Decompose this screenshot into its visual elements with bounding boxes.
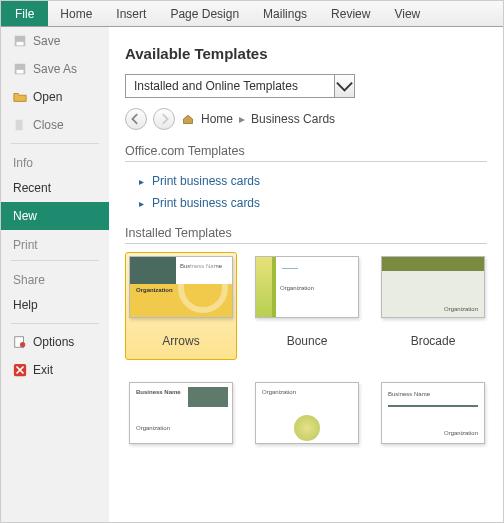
options-button[interactable]: Options — [1, 328, 109, 356]
home-icon[interactable] — [181, 112, 195, 126]
exit-button[interactable]: Exit — [1, 356, 109, 384]
saveas-label: Save As — [33, 62, 77, 76]
officecom-link-1[interactable]: Print business cards — [125, 192, 487, 214]
crumb-current: Business Cards — [251, 112, 335, 126]
chevron-down-icon[interactable] — [334, 75, 354, 97]
tab-page-design[interactable]: Page Design — [158, 1, 251, 26]
open-button[interactable]: Open — [1, 83, 109, 111]
template-thumb: Business Name Organization — [381, 382, 485, 444]
saveas-icon — [13, 62, 27, 76]
officecom-link-0[interactable]: Print business cards — [125, 170, 487, 192]
template-label: Bounce — [287, 326, 328, 356]
svg-rect-3 — [17, 70, 24, 74]
template-row-1: Business Name Organization Arrows Organi… — [125, 252, 487, 360]
print-button[interactable]: Print — [1, 230, 109, 256]
content-pane: Available Templates Installed and Online… — [109, 27, 503, 522]
page-title: Available Templates — [125, 45, 487, 62]
divider — [11, 143, 99, 144]
svg-point-6 — [20, 342, 25, 347]
template-source-dropdown[interactable]: Installed and Online Templates — [125, 74, 355, 98]
template-brocade[interactable]: Organization Brocade — [377, 252, 489, 360]
ribbon-tabs: File Home Insert Page Design Mailings Re… — [1, 1, 503, 27]
help-button[interactable]: Help — [1, 291, 109, 319]
officecom-heading: Office.com Templates — [125, 144, 487, 162]
save-button[interactable]: Save — [1, 27, 109, 55]
tab-review[interactable]: Review — [319, 1, 382, 26]
template-thumb: Business Name Organization — [129, 256, 233, 318]
nav-back-button[interactable] — [125, 108, 147, 130]
divider — [11, 323, 99, 324]
backstage-sidebar: Save Save As Open Close Info Recent New … — [1, 27, 109, 522]
template-arrows[interactable]: Business Name Organization Arrows — [125, 252, 237, 360]
save-label: Save — [33, 34, 60, 48]
recent-button[interactable]: Recent — [1, 174, 109, 202]
exit-icon — [13, 363, 27, 377]
installed-heading: Installed Templates — [125, 226, 487, 244]
template-thumb: Organization — [255, 382, 359, 444]
tab-home[interactable]: Home — [48, 1, 104, 26]
close-icon — [13, 118, 27, 132]
share-button[interactable]: Share — [1, 265, 109, 291]
saveas-button[interactable]: Save As — [1, 55, 109, 83]
nav-forward-button[interactable] — [153, 108, 175, 130]
crumb-separator: ▸ — [239, 112, 245, 126]
tab-file[interactable]: File — [1, 1, 48, 26]
template-item[interactable]: Business Name Organization — [125, 378, 237, 448]
breadcrumb: Home ▸ Business Cards — [125, 108, 487, 130]
save-icon — [13, 34, 27, 48]
divider — [11, 260, 99, 261]
template-bounce[interactable]: Organization Bounce — [251, 252, 363, 360]
template-thumb: Business Name Organization — [129, 382, 233, 444]
info-button[interactable]: Info — [1, 148, 109, 174]
tab-view[interactable]: View — [382, 1, 432, 26]
open-icon — [13, 90, 27, 104]
open-label: Open — [33, 90, 62, 104]
tab-insert[interactable]: Insert — [104, 1, 158, 26]
tab-mailings[interactable]: Mailings — [251, 1, 319, 26]
template-item[interactable]: Organization — [251, 378, 363, 448]
template-row-2: Business Name Organization Organization … — [125, 378, 487, 448]
template-item[interactable]: Business Name Organization — [377, 378, 489, 448]
dropdown-value: Installed and Online Templates — [126, 79, 334, 93]
close-label: Close — [33, 118, 64, 132]
template-thumb: Organization — [381, 256, 485, 318]
template-thumb: Organization — [255, 256, 359, 318]
crumb-home[interactable]: Home — [201, 112, 233, 126]
options-label: Options — [33, 335, 74, 349]
template-label: Arrows — [162, 326, 199, 356]
exit-label: Exit — [33, 363, 53, 377]
svg-rect-4 — [16, 120, 23, 131]
options-icon — [13, 335, 27, 349]
template-label: Brocade — [411, 326, 456, 356]
svg-rect-1 — [17, 42, 24, 46]
new-button[interactable]: New — [1, 202, 109, 230]
close-button[interactable]: Close — [1, 111, 109, 139]
